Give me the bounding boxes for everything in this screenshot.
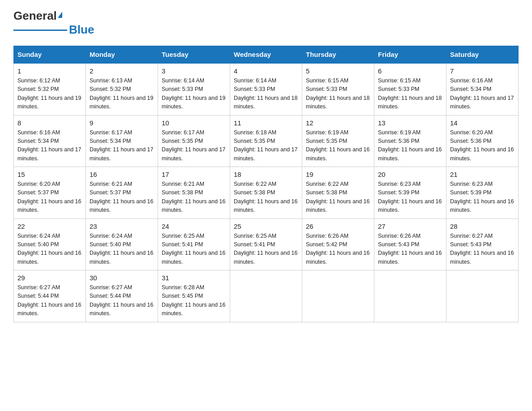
day-info: Sunrise: 6:27 AMSunset: 5:43 PMDaylight:… (450, 232, 515, 267)
day-number: 18 (234, 171, 298, 178)
day-number: 12 (306, 119, 370, 127)
calendar-week-row: 1Sunrise: 6:12 AMSunset: 5:32 PMDaylight… (14, 63, 519, 115)
day-info: Sunrise: 6:23 AMSunset: 5:39 PMDaylight:… (378, 180, 442, 215)
day-number: 22 (17, 223, 82, 230)
logo-blue-text: Blue (69, 23, 94, 37)
calendar-cell (302, 270, 374, 322)
day-number: 31 (162, 274, 226, 282)
day-info: Sunrise: 6:19 AMSunset: 5:35 PMDaylight:… (306, 128, 370, 163)
calendar-week-row: 8Sunrise: 6:16 AMSunset: 5:34 PMDaylight… (14, 115, 519, 167)
day-number: 23 (90, 223, 154, 230)
calendar-cell (230, 270, 302, 322)
calendar-cell: 6Sunrise: 6:15 AMSunset: 5:33 PMDaylight… (374, 63, 446, 115)
calendar-cell: 17Sunrise: 6:21 AMSunset: 5:38 PMDayligh… (158, 167, 230, 219)
day-number: 20 (378, 171, 442, 178)
calendar-cell: 23Sunrise: 6:24 AMSunset: 5:40 PMDayligh… (86, 218, 158, 270)
day-info: Sunrise: 6:24 AMSunset: 5:40 PMDaylight:… (17, 232, 82, 267)
day-number: 15 (17, 171, 82, 178)
day-number: 3 (162, 67, 226, 75)
calendar-table: SundayMondayTuesdayWednesdayThursdayFrid… (13, 46, 519, 322)
day-number: 16 (90, 171, 154, 178)
calendar-cell: 13Sunrise: 6:19 AMSunset: 5:36 PMDayligh… (374, 115, 446, 167)
day-number: 28 (450, 223, 515, 230)
calendar-header-friday: Friday (374, 46, 446, 64)
calendar-cell: 25Sunrise: 6:25 AMSunset: 5:41 PMDayligh… (230, 218, 302, 270)
day-number: 8 (17, 119, 82, 127)
calendar-cell: 5Sunrise: 6:15 AMSunset: 5:33 PMDaylight… (302, 63, 374, 115)
calendar-cell: 4Sunrise: 6:14 AMSunset: 5:33 PMDaylight… (230, 63, 302, 115)
day-number: 14 (450, 119, 515, 127)
day-number: 9 (90, 119, 154, 127)
calendar-cell: 11Sunrise: 6:18 AMSunset: 5:35 PMDayligh… (230, 115, 302, 167)
day-info: Sunrise: 6:15 AMSunset: 5:33 PMDaylight:… (306, 77, 370, 111)
day-number: 7 (450, 67, 515, 75)
calendar-cell: 14Sunrise: 6:20 AMSunset: 5:36 PMDayligh… (446, 115, 519, 167)
calendar-cell: 31Sunrise: 6:28 AMSunset: 5:45 PMDayligh… (158, 270, 230, 322)
calendar-cell: 26Sunrise: 6:26 AMSunset: 5:42 PMDayligh… (302, 218, 374, 270)
calendar-cell: 9Sunrise: 6:17 AMSunset: 5:34 PMDaylight… (86, 115, 158, 167)
day-number: 19 (306, 171, 370, 178)
calendar-cell: 22Sunrise: 6:24 AMSunset: 5:40 PMDayligh… (14, 218, 86, 270)
calendar-week-row: 15Sunrise: 6:20 AMSunset: 5:37 PMDayligh… (14, 167, 519, 219)
day-number: 10 (162, 119, 226, 127)
calendar-cell: 10Sunrise: 6:17 AMSunset: 5:35 PMDayligh… (158, 115, 230, 167)
day-info: Sunrise: 6:22 AMSunset: 5:38 PMDaylight:… (234, 180, 298, 215)
day-info: Sunrise: 6:17 AMSunset: 5:35 PMDaylight:… (162, 128, 226, 163)
calendar-cell: 21Sunrise: 6:23 AMSunset: 5:39 PMDayligh… (446, 167, 519, 219)
calendar-header-monday: Monday (86, 46, 158, 64)
day-info: Sunrise: 6:28 AMSunset: 5:45 PMDaylight:… (162, 283, 226, 318)
day-info: Sunrise: 6:16 AMSunset: 5:34 PMDaylight:… (17, 128, 82, 163)
calendar-cell: 8Sunrise: 6:16 AMSunset: 5:34 PMDaylight… (14, 115, 86, 167)
calendar-cell: 16Sunrise: 6:21 AMSunset: 5:37 PMDayligh… (86, 167, 158, 219)
day-number: 13 (378, 119, 442, 127)
calendar-cell (446, 270, 519, 322)
day-info: Sunrise: 6:25 AMSunset: 5:41 PMDaylight:… (162, 232, 226, 267)
logo-triangle-icon (58, 12, 62, 18)
day-info: Sunrise: 6:12 AMSunset: 5:32 PMDaylight:… (17, 77, 82, 111)
day-number: 21 (450, 171, 515, 178)
day-info: Sunrise: 6:14 AMSunset: 5:33 PMDaylight:… (162, 77, 226, 111)
calendar-cell: 30Sunrise: 6:27 AMSunset: 5:44 PMDayligh… (86, 270, 158, 322)
day-number: 5 (306, 67, 370, 75)
calendar-header-tuesday: Tuesday (158, 46, 230, 64)
calendar-header-sunday: Sunday (14, 46, 86, 64)
day-info: Sunrise: 6:25 AMSunset: 5:41 PMDaylight:… (234, 232, 298, 267)
calendar-header-saturday: Saturday (446, 46, 519, 64)
logo-general-text: General (13, 9, 57, 23)
calendar-week-row: 29Sunrise: 6:27 AMSunset: 5:44 PMDayligh… (14, 270, 519, 322)
day-number: 29 (17, 274, 82, 282)
day-info: Sunrise: 6:13 AMSunset: 5:32 PMDaylight:… (90, 77, 154, 111)
calendar-cell: 1Sunrise: 6:12 AMSunset: 5:32 PMDaylight… (14, 63, 86, 115)
day-info: Sunrise: 6:17 AMSunset: 5:34 PMDaylight:… (90, 128, 154, 163)
day-info: Sunrise: 6:20 AMSunset: 5:36 PMDaylight:… (450, 128, 515, 163)
logo: General Blue (13, 9, 94, 37)
day-info: Sunrise: 6:27 AMSunset: 5:44 PMDaylight:… (90, 283, 154, 318)
calendar-cell: 12Sunrise: 6:19 AMSunset: 5:35 PMDayligh… (302, 115, 374, 167)
day-info: Sunrise: 6:22 AMSunset: 5:38 PMDaylight:… (306, 180, 370, 215)
calendar-cell: 18Sunrise: 6:22 AMSunset: 5:38 PMDayligh… (230, 167, 302, 219)
day-info: Sunrise: 6:15 AMSunset: 5:33 PMDaylight:… (378, 77, 442, 111)
calendar-cell: 7Sunrise: 6:16 AMSunset: 5:34 PMDaylight… (446, 63, 519, 115)
calendar-header-thursday: Thursday (302, 46, 374, 64)
day-info: Sunrise: 6:19 AMSunset: 5:36 PMDaylight:… (378, 128, 442, 163)
calendar-cell: 27Sunrise: 6:26 AMSunset: 5:43 PMDayligh… (374, 218, 446, 270)
calendar-header-wednesday: Wednesday (230, 46, 302, 64)
day-number: 26 (306, 223, 370, 230)
calendar-header-row: SundayMondayTuesdayWednesdayThursdayFrid… (14, 46, 519, 64)
day-info: Sunrise: 6:21 AMSunset: 5:37 PMDaylight:… (90, 180, 154, 215)
calendar-cell: 2Sunrise: 6:13 AMSunset: 5:32 PMDaylight… (86, 63, 158, 115)
day-info: Sunrise: 6:14 AMSunset: 5:33 PMDaylight:… (234, 77, 298, 111)
day-info: Sunrise: 6:23 AMSunset: 5:39 PMDaylight:… (450, 180, 515, 215)
day-number: 1 (17, 67, 82, 75)
day-number: 4 (234, 67, 298, 75)
logo-underline (13, 30, 67, 31)
day-info: Sunrise: 6:16 AMSunset: 5:34 PMDaylight:… (450, 77, 515, 111)
day-info: Sunrise: 6:21 AMSunset: 5:38 PMDaylight:… (162, 180, 226, 215)
calendar-cell: 19Sunrise: 6:22 AMSunset: 5:38 PMDayligh… (302, 167, 374, 219)
calendar-cell: 20Sunrise: 6:23 AMSunset: 5:39 PMDayligh… (374, 167, 446, 219)
calendar-cell: 15Sunrise: 6:20 AMSunset: 5:37 PMDayligh… (14, 167, 86, 219)
day-number: 24 (162, 223, 226, 230)
calendar-cell: 28Sunrise: 6:27 AMSunset: 5:43 PMDayligh… (446, 218, 519, 270)
day-info: Sunrise: 6:18 AMSunset: 5:35 PMDaylight:… (234, 128, 298, 163)
page-header: General Blue (13, 9, 519, 37)
